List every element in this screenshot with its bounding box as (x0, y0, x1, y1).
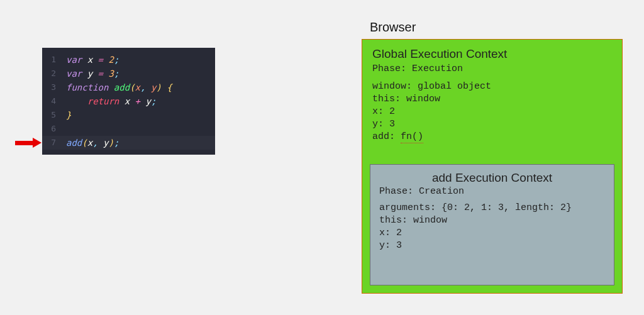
kw: var (66, 69, 82, 79)
v: 2 (396, 228, 402, 238)
add-execution-context-box: add Execution Context Phase: Creation ar… (370, 164, 614, 285)
kv-arguments: arguments: {0: 2, 1: 3, length: 2} (379, 202, 605, 214)
kv-window: window: global object (372, 80, 612, 93)
kv-add: add: fn() (372, 131, 612, 143)
id: x (87, 55, 92, 65)
sp (119, 96, 124, 106)
line-number: 7 (42, 136, 61, 150)
paren: ( (82, 138, 87, 148)
v: {0: 2, 1: 3, length: 2} (441, 202, 572, 213)
line-number: 3 (42, 80, 61, 94)
k: x: (379, 228, 396, 238)
op: = (92, 55, 108, 65)
num: 3 (108, 69, 113, 79)
phase-label: Phase: (379, 186, 419, 197)
paren: ) (108, 138, 113, 148)
code-line (66, 122, 172, 136)
kv-x: x: 2 (379, 227, 605, 240)
id: y (145, 96, 150, 106)
line-gutter: 1 2 3 4 5 6 7 (42, 53, 61, 150)
kv-y: y: 3 (372, 118, 612, 131)
k: window: (372, 81, 418, 92)
punc: ; (114, 55, 119, 65)
code-editor: 1 2 3 4 5 6 7 var x = 2; var y = 3; func… (42, 48, 215, 155)
line-number: 6 (42, 122, 61, 136)
id: x (87, 138, 92, 148)
add-phase: Phase: Creation (379, 186, 605, 197)
kw: var (66, 55, 82, 65)
global-context-title: Global Execution Context (372, 47, 612, 61)
v: global object (418, 81, 491, 92)
kv-this: this: window (372, 93, 612, 106)
line-number: 2 (42, 67, 61, 80)
k: y: (372, 119, 389, 130)
v: window (406, 94, 440, 104)
code-line: function add(x, y) { (66, 80, 172, 94)
num: 2 (108, 55, 113, 65)
v: 3 (396, 240, 402, 251)
v: fn() (401, 131, 423, 143)
global-phase: Phase: Execution (372, 64, 612, 74)
op: = (92, 69, 108, 79)
browser-label: Browser (370, 20, 416, 35)
line-number: 1 (42, 53, 61, 67)
id: x (125, 96, 130, 106)
add-context-title: add Execution Context (379, 171, 605, 185)
code-body: var x = 2; var y = 3; function add(x, y)… (66, 53, 172, 150)
code-line: add(x, y); (66, 136, 172, 150)
v: 3 (389, 119, 395, 130)
k: add: (372, 131, 401, 142)
kv-y: y: 3 (379, 240, 605, 252)
brace: } (66, 110, 71, 120)
k: x: (372, 106, 389, 117)
phase-value: Creation (419, 186, 464, 197)
punc: ; (151, 96, 156, 106)
op: + (130, 96, 145, 106)
punc: ; (114, 69, 119, 79)
code-line: var y = 3; (66, 67, 172, 80)
id: y (87, 69, 92, 79)
brace: { (167, 82, 172, 92)
sp (82, 69, 87, 79)
v: 2 (389, 106, 395, 117)
paren: ) (156, 82, 167, 92)
punc: , (92, 138, 103, 148)
punc: , (140, 82, 151, 92)
call: add (66, 138, 82, 148)
global-execution-context-box: Global Execution Context Phase: Executio… (362, 39, 623, 294)
k: this: (372, 94, 406, 104)
fn: add (114, 82, 130, 92)
sp (82, 55, 87, 65)
k: y: (379, 240, 396, 251)
code-line: return x + y; (66, 94, 172, 108)
param: x (135, 82, 140, 92)
kw: function (66, 82, 114, 92)
phase-label: Phase: (372, 64, 412, 74)
code-line: var x = 2; (66, 53, 172, 67)
line-number: 5 (42, 108, 61, 122)
phase-value: Execution (412, 64, 463, 74)
k: arguments: (379, 202, 441, 213)
punc: ; (114, 138, 119, 148)
indent (66, 96, 87, 106)
kv-x: x: 2 (372, 106, 612, 118)
k: this: (379, 215, 413, 226)
current-line-arrow-icon (15, 138, 42, 148)
paren: ( (130, 82, 135, 92)
line-number: 4 (42, 94, 61, 108)
kv-this: this: window (379, 214, 605, 227)
code-line: } (66, 108, 172, 122)
ret: return (87, 96, 119, 106)
v: window (413, 215, 447, 226)
